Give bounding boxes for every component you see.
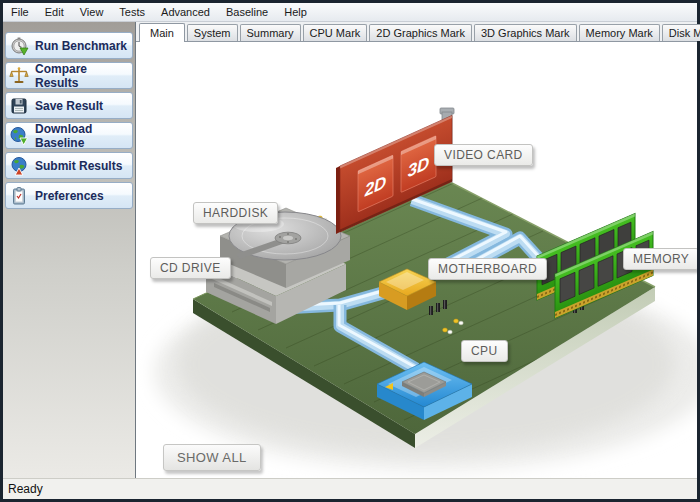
show-all-button[interactable]: SHOW ALL [163, 444, 261, 471]
cd-drive-label[interactable]: CD DRIVE [150, 257, 231, 279]
preferences-button[interactable]: Preferences [5, 182, 133, 209]
submit-results-label: Submit Results [35, 159, 122, 173]
tabbar: Main System Summary CPU Mark 2D Graphics… [136, 22, 697, 41]
tab-system[interactable]: System [187, 24, 238, 41]
stopwatch-icon [9, 36, 29, 56]
globe-upload-icon [9, 156, 29, 176]
tab-main[interactable]: Main [139, 23, 185, 42]
statusbar: Ready [3, 478, 697, 499]
tab-cpu-mark[interactable]: CPU Mark [303, 24, 368, 41]
floppy-icon [9, 96, 29, 116]
tab-disk-mark[interactable]: Disk Mark [662, 24, 700, 41]
main-area: Main System Summary CPU Mark 2D Graphics… [136, 22, 697, 478]
scales-icon [9, 66, 29, 86]
download-baseline-button[interactable]: Download Baseline [5, 122, 133, 149]
run-benchmark-button[interactable]: Run Benchmark [5, 32, 133, 59]
app-body: Run Benchmark Compare Results [3, 22, 697, 478]
menubar: File Edit View Tests Advanced Baseline H… [3, 3, 697, 22]
tab-memory-mark[interactable]: Memory Mark [579, 24, 660, 41]
menu-item-edit[interactable]: Edit [37, 4, 72, 20]
preferences-label: Preferences [35, 189, 104, 203]
harddisk-label[interactable]: HARDDISK [193, 202, 278, 224]
menu-item-file[interactable]: File [3, 4, 37, 20]
menu-item-baseline[interactable]: Baseline [218, 4, 276, 20]
status-text: Ready [8, 482, 43, 496]
menu-item-help[interactable]: Help [276, 4, 315, 20]
tab-3d-graphics-mark[interactable]: 3D Graphics Mark [474, 24, 577, 41]
save-result-button[interactable]: Save Result [5, 92, 133, 119]
motherboard-label[interactable]: MOTHERBOARD [428, 258, 547, 280]
main-diagram-panel: 2D 3D [136, 41, 697, 478]
download-baseline-label: Download Baseline [35, 122, 129, 150]
cpu-label[interactable]: CPU [461, 340, 508, 362]
memory-label[interactable]: MEMORY [623, 248, 697, 270]
sidebar: Run Benchmark Compare Results [3, 22, 136, 478]
compare-results-label: Compare Results [35, 62, 129, 90]
video-card-label[interactable]: VIDEO CARD [434, 144, 533, 166]
menu-item-advanced[interactable]: Advanced [153, 4, 218, 20]
menu-item-tests[interactable]: Tests [111, 4, 153, 20]
tab-2d-graphics-mark[interactable]: 2D Graphics Mark [369, 24, 472, 41]
save-result-label: Save Result [35, 99, 103, 113]
app-window: File Edit View Tests Advanced Baseline H… [0, 0, 700, 502]
globe-download-icon [9, 126, 29, 146]
compare-results-button[interactable]: Compare Results [5, 62, 133, 89]
run-benchmark-label: Run Benchmark [35, 39, 127, 53]
clipboard-icon [9, 186, 29, 206]
menu-item-view[interactable]: View [72, 4, 112, 20]
tab-summary[interactable]: Summary [240, 24, 301, 41]
submit-results-button[interactable]: Submit Results [5, 152, 133, 179]
